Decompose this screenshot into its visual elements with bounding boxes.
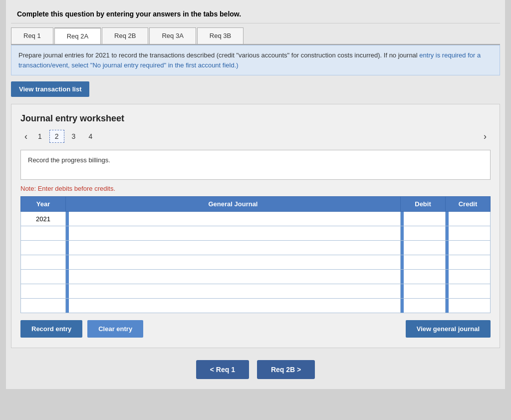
- debit-input[interactable]: [404, 284, 445, 298]
- page-navigation: ‹ 1 2 3 4 ›: [20, 130, 491, 143]
- year-cell: 2021: [21, 212, 66, 226]
- journal-cell[interactable]: [66, 255, 401, 270]
- debit-cell[interactable]: [401, 212, 446, 226]
- credit-input[interactable]: [449, 284, 490, 298]
- description-banner: Prepare journal entries for 2021 to reco…: [11, 45, 500, 75]
- journal-input[interactable]: [69, 299, 400, 313]
- tab-req3a[interactable]: Req 3A: [149, 27, 196, 44]
- table-row: [21, 270, 491, 284]
- next-req-button[interactable]: Req 2B >: [257, 360, 315, 379]
- journal-input[interactable]: [69, 241, 400, 255]
- page-1[interactable]: 1: [32, 130, 47, 143]
- debit-input[interactable]: [404, 226, 445, 240]
- year-cell: [21, 299, 66, 313]
- page-4[interactable]: 4: [83, 130, 98, 143]
- debit-input[interactable]: [404, 270, 445, 284]
- credit-cell[interactable]: [446, 270, 491, 284]
- table-row: [21, 226, 491, 241]
- debit-cell[interactable]: [401, 284, 446, 299]
- tab-req3b[interactable]: Req 3B: [197, 27, 244, 44]
- table-row: [21, 241, 491, 255]
- journal-cell[interactable]: [66, 270, 401, 284]
- credit-input[interactable]: [449, 226, 490, 240]
- prev-page-arrow[interactable]: ‹: [20, 130, 31, 143]
- clear-entry-button[interactable]: Clear entry: [87, 320, 143, 338]
- table-row: [21, 299, 491, 313]
- tabs-row: Req 1 Req 2A Req 2B Req 3A Req 3B: [11, 27, 500, 45]
- note-text: Note: Enter debits before credits.: [20, 185, 491, 192]
- page-3[interactable]: 3: [66, 130, 81, 143]
- table-row: 2021: [21, 212, 491, 226]
- tab-req2a[interactable]: Req 2A: [54, 27, 101, 44]
- year-cell: [21, 255, 66, 270]
- bottom-navigation: < Req 1 Req 2B >: [11, 360, 500, 379]
- next-page-arrow[interactable]: ›: [480, 130, 491, 143]
- col-general-journal: General Journal: [66, 197, 401, 212]
- debit-cell[interactable]: [401, 241, 446, 255]
- credit-cell[interactable]: [446, 212, 491, 226]
- debit-input[interactable]: [404, 299, 445, 313]
- journal-cell[interactable]: [66, 299, 401, 313]
- debit-input[interactable]: [404, 212, 445, 226]
- credit-input[interactable]: [449, 212, 490, 226]
- debit-cell[interactable]: [401, 255, 446, 270]
- journal-input[interactable]: [69, 270, 400, 284]
- journal-cell[interactable]: [66, 226, 401, 241]
- action-buttons-row: Record entry Clear entry View general jo…: [20, 320, 491, 338]
- debit-cell[interactable]: [401, 226, 446, 241]
- credit-cell[interactable]: [446, 284, 491, 299]
- journal-entry-worksheet: Journal entry worksheet ‹ 1 2 3 4 › Reco…: [11, 104, 500, 348]
- debit-input[interactable]: [404, 241, 445, 255]
- year-cell: [21, 226, 66, 241]
- credit-cell[interactable]: [446, 255, 491, 270]
- journal-table: Year General Journal Debit Credit 2021: [20, 196, 491, 313]
- entry-description: Record the progress billings.: [20, 150, 491, 180]
- debit-input[interactable]: [404, 255, 445, 269]
- col-year: Year: [21, 197, 66, 212]
- credit-input[interactable]: [449, 255, 490, 269]
- debit-cell[interactable]: [401, 299, 446, 313]
- table-row: [21, 255, 491, 270]
- col-debit: Debit: [401, 197, 446, 212]
- record-entry-button[interactable]: Record entry: [20, 320, 82, 338]
- journal-cell[interactable]: [66, 212, 401, 226]
- prev-req-button[interactable]: < Req 1: [196, 360, 249, 379]
- credit-input[interactable]: [449, 270, 490, 284]
- instruction-banner: Complete this question by entering your …: [11, 5, 500, 23]
- credit-cell[interactable]: [446, 299, 491, 313]
- page-2[interactable]: 2: [49, 130, 64, 143]
- journal-input[interactable]: [69, 255, 400, 269]
- view-general-journal-button[interactable]: View general journal: [406, 320, 491, 338]
- journal-input[interactable]: [69, 226, 400, 240]
- year-cell: [21, 270, 66, 284]
- journal-input[interactable]: [69, 284, 400, 298]
- journal-cell[interactable]: [66, 241, 401, 255]
- credit-input[interactable]: [449, 299, 490, 313]
- col-credit: Credit: [446, 197, 491, 212]
- journal-cell[interactable]: [66, 284, 401, 299]
- tab-req1[interactable]: Req 1: [11, 27, 53, 44]
- worksheet-title: Journal entry worksheet: [20, 113, 491, 124]
- view-transaction-list-button[interactable]: View transaction list: [11, 81, 89, 97]
- credit-cell[interactable]: [446, 241, 491, 255]
- tab-req2b[interactable]: Req 2B: [102, 27, 148, 44]
- debit-cell[interactable]: [401, 270, 446, 284]
- credit-input[interactable]: [449, 241, 490, 255]
- year-cell: [21, 284, 66, 299]
- credit-cell[interactable]: [446, 226, 491, 241]
- table-row: [21, 284, 491, 299]
- year-cell: [21, 241, 66, 255]
- journal-input[interactable]: [69, 212, 400, 226]
